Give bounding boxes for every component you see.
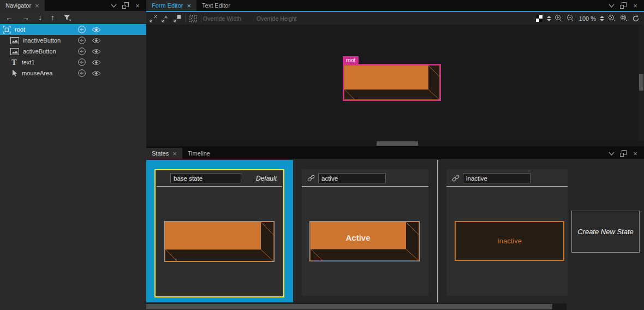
default-state-badge: Default <box>256 175 277 182</box>
tab-form-editor[interactable]: Form Editor × <box>146 0 196 11</box>
link-icon[interactable] <box>307 175 315 182</box>
snapping-icon[interactable] <box>171 14 183 23</box>
eye-icon[interactable] <box>92 59 101 65</box>
reset-view-icon[interactable] <box>630 14 642 23</box>
states-tabbar: States × Timeline × <box>146 146 644 159</box>
bevel-button-image: Active <box>310 222 419 261</box>
state-name-input[interactable] <box>170 173 241 183</box>
state-name-input[interactable] <box>318 173 386 183</box>
canvas-vertical-scrollbar[interactable] <box>639 25 644 141</box>
float-window-icon[interactable] <box>619 149 628 158</box>
item-label: activeButton <box>23 48 56 55</box>
override-height-input[interactable] <box>257 14 306 23</box>
move-down-icon[interactable]: ↓ <box>38 13 42 22</box>
state-preview-active[interactable]: Active <box>309 221 420 261</box>
component-icon <box>3 26 11 34</box>
tab-timeline[interactable]: Timeline <box>182 148 216 159</box>
chevron-down-icon[interactable] <box>607 149 616 158</box>
filter-icon[interactable] <box>63 14 71 21</box>
navigator-tab-label: Navigator <box>5 2 31 9</box>
scrollbar-thumb[interactable] <box>377 141 418 146</box>
export-icon[interactable] <box>77 25 86 34</box>
eye-icon[interactable] <box>92 49 101 55</box>
zoom-level-value: 100 % <box>577 15 598 22</box>
form-editor-toolbar: A 100 % <box>146 12 644 25</box>
float-window-icon[interactable] <box>121 1 130 10</box>
state-preview-base[interactable] <box>164 221 275 262</box>
zoom-in-icon[interactable] <box>553 14 565 23</box>
chevron-down-icon[interactable] <box>109 1 118 10</box>
export-icon[interactable] <box>77 58 86 67</box>
navigator-item-activeButton[interactable]: activeButton <box>0 46 146 57</box>
canvas-color-stepper[interactable] <box>545 16 553 21</box>
states-editor: Default <box>146 159 644 310</box>
navigator-item-root[interactable]: root <box>0 24 146 35</box>
base-state-highlight: Default <box>154 169 284 297</box>
tab-text-editor[interactable]: Text Editor <box>196 0 236 11</box>
state-card-inactive[interactable]: Inactive <box>446 169 568 296</box>
chevron-down-icon[interactable] <box>607 1 616 10</box>
close-icon[interactable]: × <box>35 2 39 9</box>
snapping-off-icon[interactable] <box>147 14 159 23</box>
link-icon[interactable] <box>452 175 460 182</box>
image-icon <box>10 48 19 55</box>
text-icon: T <box>11 58 17 67</box>
tab-navigator[interactable]: Navigator × <box>0 0 45 11</box>
export-icon[interactable] <box>77 47 86 56</box>
close-icon[interactable]: × <box>187 2 191 9</box>
bevel-button-image <box>165 222 274 261</box>
eye-icon[interactable] <box>92 38 101 44</box>
canvas-color-icon[interactable] <box>533 14 545 23</box>
item-label: inactiveButton <box>23 37 61 44</box>
move-up-icon[interactable]: ↑ <box>51 13 55 22</box>
scrollbar-thumb[interactable] <box>146 304 552 309</box>
state-name-input[interactable] <box>463 173 530 183</box>
root-item-selection[interactable] <box>343 64 441 101</box>
timeline-tab-label: Timeline <box>188 150 210 157</box>
scrollbar-thumb[interactable] <box>639 74 643 91</box>
navigator-toolbar: ← → ↓ ↑ <box>0 11 146 24</box>
zoom-selection-icon[interactable] <box>606 14 618 23</box>
back-icon[interactable]: ← <box>5 13 13 22</box>
eye-icon[interactable] <box>92 70 101 76</box>
item-label: root <box>15 26 25 33</box>
create-new-state-button[interactable]: Create New State <box>571 211 640 253</box>
item-label: text1 <box>22 59 35 65</box>
bounding-rectangles-icon[interactable] <box>187 14 199 23</box>
navigator-item-mouseArea[interactable]: mouseArea <box>0 68 146 79</box>
forward-icon[interactable]: → <box>22 13 29 22</box>
export-icon[interactable] <box>77 69 86 78</box>
toolbar-separator <box>201 15 201 22</box>
state-preview-inactive[interactable]: Inactive <box>455 221 564 261</box>
zoom-out-icon[interactable] <box>565 14 577 23</box>
bevel-button-image <box>344 65 440 100</box>
navigator-tabbar: Navigator × × <box>0 0 146 11</box>
navigator-item-text1[interactable]: T text1 <box>0 57 146 68</box>
tab-states[interactable]: States × <box>146 148 182 159</box>
selection-label: root <box>343 56 359 64</box>
form-editor-canvas[interactable]: root <box>146 25 639 141</box>
state-card-active[interactable]: Active <box>302 169 428 296</box>
close-icon[interactable]: × <box>631 149 640 158</box>
close-icon[interactable]: × <box>133 1 142 10</box>
navigator-item-inactiveButton[interactable]: inactiveButton <box>0 35 146 46</box>
float-window-icon[interactable] <box>619 1 628 10</box>
canvas-horizontal-scrollbar[interactable] <box>146 141 644 146</box>
navigator-window-controls: × <box>109 0 146 11</box>
export-icon[interactable] <box>77 36 86 45</box>
eye-icon[interactable] <box>92 27 101 33</box>
override-width-input[interactable] <box>203 14 252 23</box>
item-label: mouseArea <box>22 70 52 76</box>
svg-text:A: A <box>164 15 168 20</box>
zoom-fit-icon[interactable] <box>618 14 630 23</box>
card-header-separator <box>446 186 568 187</box>
state-card-base[interactable]: Default <box>146 160 293 302</box>
navigator-panel: Navigator × × ← → ↓ ↑ root <box>0 0 146 310</box>
zoom-stepper[interactable] <box>598 16 606 21</box>
states-tab-label: States <box>152 150 169 157</box>
states-horizontal-scrollbar[interactable] <box>146 303 567 310</box>
snapping-anchors-icon[interactable]: A <box>159 14 171 23</box>
editor-tabbar: Form Editor × Text Editor × <box>146 0 644 11</box>
close-icon[interactable]: × <box>172 150 177 157</box>
close-icon[interactable]: × <box>631 1 640 10</box>
